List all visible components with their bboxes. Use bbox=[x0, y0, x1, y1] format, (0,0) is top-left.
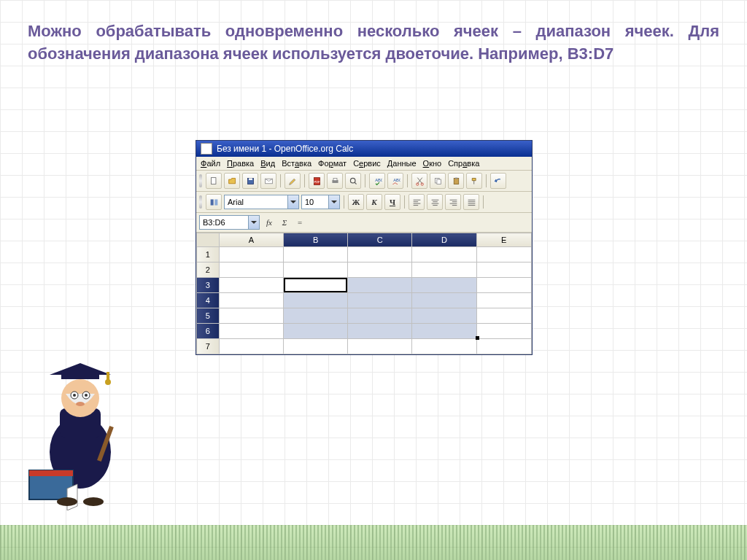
menu-data[interactable]: Данные bbox=[387, 159, 417, 168]
styles-button[interactable] bbox=[206, 194, 222, 210]
italic-button[interactable]: К bbox=[366, 194, 382, 210]
menu-help[interactable]: Справка bbox=[448, 159, 479, 168]
cell[interactable] bbox=[348, 339, 412, 354]
name-box[interactable]: B3:D6 bbox=[199, 215, 260, 230]
cell[interactable] bbox=[284, 308, 348, 324]
cell[interactable] bbox=[412, 324, 476, 339]
menu-format[interactable]: Формат bbox=[318, 159, 347, 168]
cell[interactable] bbox=[219, 262, 283, 278]
font-dropdown[interactable]: Arial bbox=[224, 195, 299, 209]
open-button[interactable] bbox=[224, 173, 240, 189]
autospell-button[interactable]: ABC bbox=[387, 173, 403, 189]
col-header-B[interactable]: B bbox=[284, 233, 348, 247]
svg-rect-17 bbox=[210, 199, 213, 205]
menu-edit[interactable]: Правка bbox=[227, 159, 254, 168]
col-header-C[interactable]: C bbox=[348, 233, 412, 247]
cell[interactable] bbox=[348, 247, 412, 262]
cell-active[interactable] bbox=[284, 278, 348, 293]
cell[interactable] bbox=[284, 339, 348, 354]
row-header[interactable]: 6 bbox=[197, 324, 220, 339]
cell[interactable] bbox=[476, 262, 531, 278]
format-paintbrush-button[interactable] bbox=[466, 173, 482, 189]
formatting-toolbar: Arial 10 Ж К Ч bbox=[196, 192, 532, 213]
cell[interactable] bbox=[219, 293, 283, 308]
undo-button[interactable] bbox=[490, 173, 506, 189]
cell[interactable] bbox=[284, 324, 348, 339]
cell[interactable] bbox=[348, 293, 412, 308]
row-header[interactable]: 5 bbox=[197, 308, 220, 324]
spellcheck-button[interactable]: ABC bbox=[369, 173, 385, 189]
col-header-A[interactable]: A bbox=[219, 233, 283, 247]
bold-button[interactable]: Ж bbox=[348, 194, 364, 210]
equals-button[interactable]: = bbox=[294, 217, 306, 228]
print-button[interactable] bbox=[327, 173, 343, 189]
align-justify-button[interactable] bbox=[463, 194, 479, 210]
select-all-corner[interactable] bbox=[197, 233, 220, 247]
cell[interactable] bbox=[476, 293, 531, 308]
toolbar-grip[interactable] bbox=[199, 195, 202, 209]
menu-window[interactable]: Окно bbox=[423, 159, 442, 168]
dropdown-arrow-icon[interactable] bbox=[328, 195, 339, 209]
cell[interactable] bbox=[219, 339, 283, 354]
cell[interactable] bbox=[476, 247, 531, 262]
cell[interactable] bbox=[476, 324, 531, 339]
copy-button[interactable] bbox=[430, 173, 446, 189]
cell[interactable] bbox=[476, 278, 531, 293]
cell[interactable] bbox=[476, 339, 531, 354]
font-size-dropdown[interactable]: 10 bbox=[301, 195, 340, 209]
cell[interactable] bbox=[412, 339, 476, 354]
align-right-button[interactable] bbox=[445, 194, 461, 210]
row-header[interactable]: 1 bbox=[197, 247, 220, 262]
cell[interactable] bbox=[348, 262, 412, 278]
email-button[interactable] bbox=[260, 173, 276, 189]
row-header[interactable]: 3 bbox=[197, 278, 220, 293]
menu-file[interactable]: Файл bbox=[201, 159, 220, 168]
cell[interactable] bbox=[219, 308, 283, 324]
sum-button[interactable]: Σ bbox=[279, 217, 290, 228]
pdf-button[interactable]: PDF bbox=[309, 173, 325, 189]
toolbar-grip[interactable] bbox=[199, 174, 202, 187]
row-header[interactable]: 7 bbox=[197, 339, 220, 354]
row-header[interactable]: 4 bbox=[197, 293, 220, 308]
underline-button[interactable]: Ч bbox=[384, 194, 400, 210]
svg-rect-0 bbox=[211, 177, 216, 184]
cell[interactable] bbox=[348, 278, 412, 293]
cell[interactable] bbox=[476, 308, 531, 324]
cell[interactable] bbox=[284, 247, 348, 262]
slide-text: Можно обрабатывать одновременно нескольк… bbox=[28, 20, 719, 66]
cell[interactable] bbox=[284, 262, 348, 278]
cell[interactable] bbox=[348, 308, 412, 324]
cell[interactable] bbox=[412, 293, 476, 308]
menu-insert[interactable]: Вставка bbox=[282, 159, 311, 168]
cell[interactable] bbox=[412, 308, 476, 324]
new-button[interactable] bbox=[206, 173, 222, 189]
cell[interactable] bbox=[219, 247, 283, 262]
dropdown-arrow-icon[interactable] bbox=[248, 216, 259, 229]
paste-button[interactable] bbox=[448, 173, 464, 189]
cell[interactable] bbox=[348, 324, 412, 339]
menu-bar[interactable]: Файл Правка Вид Вставка Формат Сервис Да… bbox=[196, 157, 532, 171]
selection-handle[interactable] bbox=[476, 336, 479, 340]
save-button[interactable] bbox=[242, 173, 258, 189]
preview-button[interactable] bbox=[345, 173, 361, 189]
spreadsheet-grid[interactable]: A B C D E 1 2 3 4 5 6 7 bbox=[196, 233, 532, 354]
cell[interactable] bbox=[412, 262, 476, 278]
cell[interactable] bbox=[219, 324, 283, 339]
fx-button[interactable]: fx bbox=[263, 217, 275, 228]
align-left-button[interactable] bbox=[409, 194, 425, 210]
cut-button[interactable] bbox=[411, 173, 427, 189]
cell[interactable] bbox=[412, 278, 476, 293]
menu-view[interactable]: Вид bbox=[260, 159, 275, 168]
col-header-E[interactable]: E bbox=[476, 233, 531, 247]
edit-button[interactable] bbox=[285, 173, 301, 189]
svg-rect-14 bbox=[436, 179, 441, 184]
cell[interactable] bbox=[284, 293, 348, 308]
row-header[interactable]: 2 bbox=[197, 262, 220, 278]
dropdown-arrow-icon[interactable] bbox=[287, 195, 298, 209]
cell[interactable] bbox=[219, 278, 283, 293]
svg-point-25 bbox=[85, 394, 88, 397]
col-header-D[interactable]: D bbox=[412, 233, 476, 247]
align-center-button[interactable] bbox=[427, 194, 443, 210]
cell[interactable] bbox=[412, 247, 476, 262]
menu-tools[interactable]: Сервис bbox=[353, 159, 381, 168]
